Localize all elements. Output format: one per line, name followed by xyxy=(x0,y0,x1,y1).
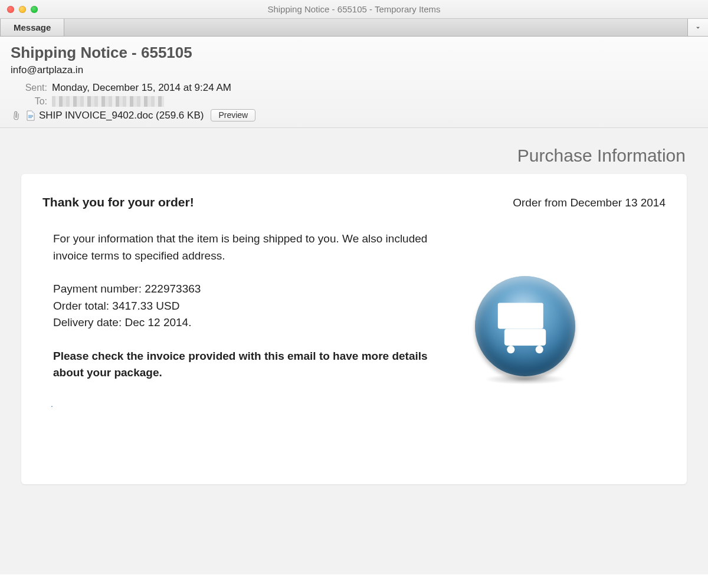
purchase-card: Thank you for your order! Order from Dec… xyxy=(21,174,687,484)
toolbar-spacer xyxy=(64,19,687,36)
thank-you-heading: Thank you for your order! xyxy=(42,195,194,209)
paperclip-icon xyxy=(11,111,21,120)
preview-button[interactable]: Preview xyxy=(211,109,255,121)
message-from: info@artplaza.in xyxy=(11,64,697,76)
purchase-information-title: Purchase Information xyxy=(21,146,686,166)
chevron-down-icon xyxy=(694,24,702,32)
window-titlebar: Shipping Notice - 655105 - Temporary Ite… xyxy=(0,0,708,19)
truck-illustration xyxy=(466,242,584,410)
svg-rect-4 xyxy=(510,331,541,339)
meta-sent-value: Monday, December 15, 2014 at 9:24 AM xyxy=(52,82,231,94)
tab-message-label: Message xyxy=(14,22,51,32)
message-body: Purchase Information Thank you for your … xyxy=(0,128,708,574)
meta-to-row: To: xyxy=(11,96,697,107)
window-title: Shipping Notice - 655105 - Temporary Ite… xyxy=(0,4,708,14)
delivery-date: Delivery date: Dec 12 2014. xyxy=(53,314,442,331)
order-total: Order total: 3417.33 USD xyxy=(53,298,442,315)
meta-attachment-row: SHIP INVOICE_9402.doc (259.6 KB) Preview xyxy=(11,109,697,121)
svg-point-10 xyxy=(510,349,512,351)
order-from-date: Order from December 13 2014 xyxy=(513,196,666,209)
cta-text: Please check the invoice provided with t… xyxy=(53,348,442,382)
meta-to-label: To: xyxy=(11,96,47,107)
message-header: Shipping Notice - 655105 info@artplaza.i… xyxy=(0,37,708,128)
tiny-dot: . xyxy=(51,398,442,410)
document-icon xyxy=(26,110,35,121)
svg-rect-5 xyxy=(512,341,538,343)
intro-text: For your information that the item is be… xyxy=(53,231,442,264)
svg-rect-0 xyxy=(28,115,33,116)
tab-message[interactable]: Message xyxy=(0,19,64,36)
attachment-name: SHIP INVOICE_9402.doc (259.6 KB) xyxy=(39,110,204,121)
toolbar-more-button[interactable] xyxy=(687,19,708,36)
meta-sent-row: Sent: Monday, December 15, 2014 at 9:24 … xyxy=(11,82,697,94)
purchase-text: For your information that the item is be… xyxy=(42,231,442,410)
message-subject: Shipping Notice - 655105 xyxy=(11,44,697,62)
attachment-link[interactable]: SHIP INVOICE_9402.doc (259.6 KB) xyxy=(26,110,204,121)
truck-icon xyxy=(475,276,575,376)
meta-sent-label: Sent: xyxy=(11,83,47,93)
meta-to-redacted xyxy=(52,96,164,107)
svg-rect-2 xyxy=(28,117,32,118)
payment-number: Payment number: 222973363 xyxy=(53,281,442,298)
svg-point-7 xyxy=(539,341,543,346)
svg-rect-3 xyxy=(498,303,543,329)
svg-point-11 xyxy=(538,349,540,351)
toolbar: Message xyxy=(0,19,708,37)
svg-rect-1 xyxy=(28,116,33,117)
svg-point-6 xyxy=(507,341,512,346)
